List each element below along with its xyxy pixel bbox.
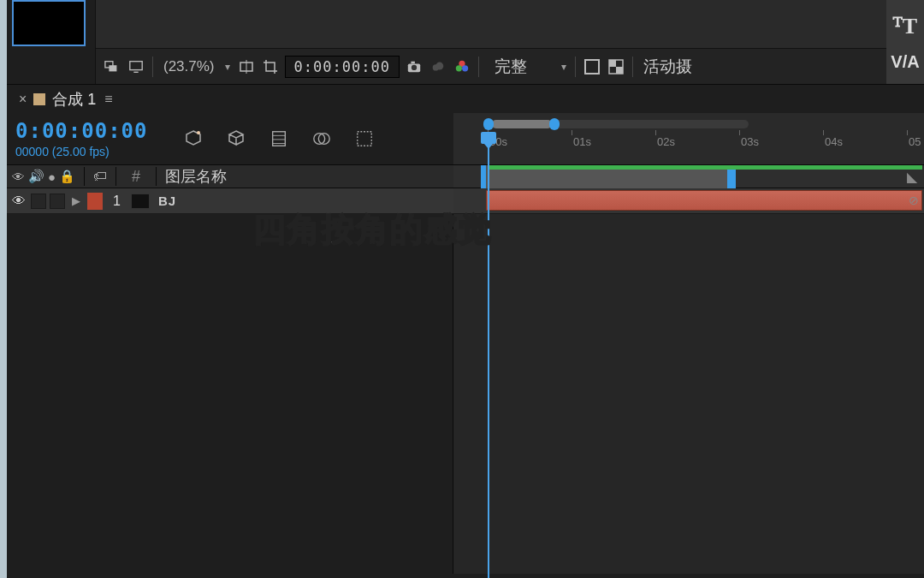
subtitle-overlay: 四角按角的感觉 (253, 208, 493, 252)
composition-tabs: × 合成 1 ≡ (7, 84, 924, 113)
timeline-header: 0:00:00:00 00000 (25.00 fps) 00s 01s 02s… (7, 113, 924, 164)
current-time[interactable]: 0:00:00:00 00000 (25.00 fps) (15, 119, 148, 158)
solo-column-icon[interactable]: ● (48, 170, 56, 184)
text-tool-icon[interactable]: ᵀT (893, 15, 917, 38)
work-area-end-handle[interactable] (549, 118, 560, 130)
svg-point-7 (412, 64, 417, 69)
layer-color-swatch[interactable] (87, 193, 103, 210)
preview-panel (0, 0, 96, 84)
svg-rect-8 (411, 61, 415, 63)
motion-blur-icon[interactable]: ⊘ (909, 194, 919, 207)
graph-editor-icon[interactable] (353, 128, 376, 150)
work-area-start-handle[interactable] (483, 118, 494, 130)
work-area-track[interactable]: ◣ (453, 165, 924, 188)
comp-tab-label[interactable]: 合成 1 (52, 89, 96, 110)
ruler-tick: 04s (825, 135, 843, 148)
layer-visibility-toggle[interactable]: 👁 (12, 194, 27, 209)
layer-column-headers: 👁 🔊 ● 🔒 🏷 # 图层名称 ◣ (7, 164, 924, 188)
right-tools-panel: ᵀT V/A (886, 0, 924, 84)
layer-duration-bar[interactable] (486, 190, 922, 211)
playhead[interactable] (481, 132, 496, 144)
3d-icon[interactable] (225, 128, 247, 150)
ruler-tick: 02s (657, 135, 675, 148)
layer-panel-empty[interactable] (7, 214, 453, 574)
kerning-icon[interactable]: V/A (891, 53, 919, 70)
layer-name-column-header: 图层名称 (165, 166, 227, 187)
svg-rect-14 (585, 60, 599, 74)
svg-rect-16 (609, 60, 616, 67)
svg-point-18 (197, 131, 200, 134)
timeline-body (7, 214, 924, 574)
cached-frames-bar (489, 165, 922, 170)
blend-icon[interactable] (311, 128, 333, 150)
zoom-level[interactable]: (23.7%) (160, 58, 218, 75)
layer-solo-box[interactable] (31, 194, 46, 209)
layer-thumbnail (131, 194, 150, 209)
tab-menu-icon[interactable]: ≡ (104, 92, 112, 107)
eye-column-icon[interactable]: 👁 (12, 170, 25, 184)
chevron-down-icon[interactable]: ▾ (560, 61, 568, 73)
camera-icon[interactable] (405, 57, 424, 76)
number-column-header: # (125, 168, 147, 186)
chevron-down-icon[interactable]: ▾ (223, 61, 232, 73)
timeline-tracks-empty[interactable] (453, 214, 924, 574)
preview-timecode[interactable]: 0:00:00:00 (285, 56, 400, 78)
preview-thumbnail[interactable] (12, 0, 86, 46)
channels-icon[interactable] (453, 57, 471, 76)
svg-rect-2 (130, 61, 142, 69)
left-stripe (0, 0, 7, 578)
marker-icon[interactable]: ◣ (907, 169, 917, 185)
film-icon[interactable] (268, 128, 290, 150)
time-ruler-area[interactable]: 00s 01s 02s 03s 04s 05 (453, 113, 924, 164)
view-mode-icon[interactable] (583, 57, 601, 76)
tab-close-icon[interactable]: × (19, 92, 27, 107)
svg-point-12 (456, 65, 462, 71)
resolution-icon[interactable] (237, 57, 256, 76)
layer-index: 1 (106, 194, 127, 209)
cloud-icon[interactable] (429, 57, 447, 76)
layer-expand-arrow[interactable]: ▶ (68, 194, 84, 207)
preview-area: (23.7%) ▾ 0:00:00:00 完整 ▾ 活动摄 (0, 0, 924, 84)
audio-column-icon[interactable]: 🔊 (28, 169, 44, 184)
crop-icon[interactable] (261, 57, 280, 76)
ruler-tick: 05 (909, 135, 921, 148)
grid-icon[interactable] (103, 57, 121, 76)
layer-lock-box[interactable] (50, 194, 65, 209)
ruler-tick: 03s (741, 135, 759, 148)
layer-timeline-track[interactable]: ⊘ (453, 188, 924, 213)
camera-view-label[interactable]: 活动摄 (640, 56, 692, 78)
monitor-icon[interactable] (127, 57, 145, 76)
svg-point-13 (462, 65, 468, 71)
svg-rect-17 (616, 67, 623, 74)
lock-column-icon[interactable]: 🔒 (59, 169, 75, 184)
timecode-display[interactable]: 0:00:00:00 (15, 119, 148, 143)
ruler-tick: 01s (573, 135, 591, 148)
svg-rect-1 (109, 65, 116, 71)
svg-point-10 (435, 62, 443, 69)
work-area-bar[interactable] (471, 118, 924, 130)
svg-rect-25 (357, 132, 371, 146)
comp-color-swatch (33, 93, 45, 105)
time-ruler[interactable]: 00s 01s 02s 03s 04s 05 (471, 135, 924, 159)
composition-mini-icon[interactable] (182, 128, 204, 150)
label-column-icon[interactable]: 🏷 (93, 169, 107, 184)
frame-info: 00000 (25.00 fps) (15, 145, 148, 158)
transparency-grid-icon[interactable] (607, 57, 625, 76)
quality-dropdown[interactable]: 完整 (486, 56, 554, 78)
viewer-toolbar: (23.7%) ▾ 0:00:00:00 完整 ▾ 活动摄 (96, 0, 924, 84)
layer-name-label[interactable]: BJ (158, 194, 176, 208)
